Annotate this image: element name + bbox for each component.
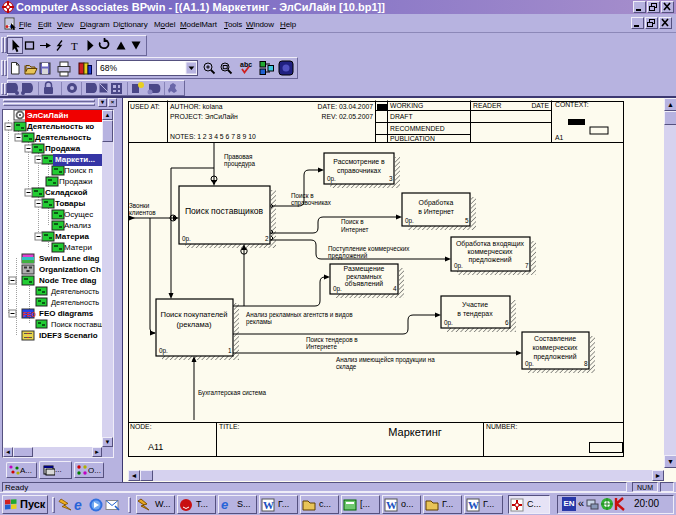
svg-text:Поиск в: Поиск в (291, 192, 314, 199)
svg-text:FEO: FEO (23, 311, 36, 318)
svg-text:предложений: предложений (468, 256, 511, 264)
svg-text:рекламы: рекламы (246, 318, 272, 326)
svg-text:TITLE:: TITLE: (219, 423, 240, 430)
svg-text:Обработка: Обработка (419, 199, 454, 207)
svg-text:e: e (74, 497, 82, 513)
svg-text:Участие: Участие (462, 301, 488, 308)
svg-text:коммерческих: коммерческих (532, 344, 578, 352)
svg-text:коммерческих: коммерческих (467, 248, 513, 256)
svg-text:Маркетинг: Маркетинг (388, 426, 441, 438)
svg-text:Бухгалтерская система: Бухгалтерская система (198, 389, 267, 397)
svg-text:0р.: 0р. (159, 347, 168, 355)
svg-text:T: T (71, 40, 78, 52)
svg-text:0р.: 0р. (454, 262, 463, 270)
svg-text:Поиск покупателей: Поиск покупателей (160, 310, 227, 319)
svg-text:DATE: DATE (531, 102, 549, 109)
svg-text:Обработка входящих: Обработка входящих (456, 240, 525, 248)
svg-text:предложений: предложений (533, 353, 576, 361)
svg-text:складе: складе (336, 363, 357, 371)
svg-text:READER: READER (473, 102, 501, 109)
svg-text:NUMBER:: NUMBER: (486, 423, 517, 430)
svg-text:2: 2 (265, 235, 269, 242)
svg-text:клиентов: клиентов (129, 209, 156, 216)
svg-text:5: 5 (465, 217, 469, 224)
svg-text:PROJECT: ЭлСиЛайн: PROJECT: ЭлСиЛайн (170, 113, 238, 120)
svg-text:W: W (468, 499, 479, 511)
svg-text:0р.: 0р. (333, 285, 342, 293)
svg-text:Рассмотрение в: Рассмотрение в (333, 158, 385, 166)
svg-text:NOTES: 1 2 3 4 5 6 7 8: NOTES: 1 2 3 4 5 6 7 8 9 10 (170, 133, 256, 140)
svg-text:процедура: процедура (224, 160, 256, 168)
svg-text:0р.: 0р. (405, 217, 414, 225)
svg-text:REV: 02.05.2007: REV: 02.05.2007 (321, 113, 373, 120)
svg-text:W: W (263, 499, 274, 511)
svg-text:8: 8 (584, 360, 588, 367)
svg-text:Составление: Составление (534, 335, 576, 342)
svg-text:0р.: 0р. (182, 235, 191, 243)
svg-text:RECOMMENDED: RECOMMENDED (390, 125, 445, 132)
svg-text:справочниках: справочниках (337, 167, 381, 175)
svg-text:7: 7 (525, 262, 529, 269)
svg-text:1: 1 (228, 347, 232, 354)
svg-text:6: 6 (505, 319, 509, 326)
svg-text:PUBLICATION: PUBLICATION (390, 135, 435, 142)
svg-text:USED AT:: USED AT: (130, 103, 160, 110)
svg-text:Интернете: Интернете (306, 343, 337, 351)
svg-text:справочниках: справочниках (291, 199, 332, 207)
svg-text:в тендерах: в тендерах (457, 310, 493, 318)
svg-text:A11: A11 (148, 442, 163, 452)
svg-text:68%: 68% (100, 63, 117, 73)
svg-text:DATE: 03.04.2007: DATE: 03.04.2007 (318, 103, 374, 110)
svg-text:3: 3 (389, 175, 393, 182)
svg-text:AUTHOR: kolana: AUTHOR: kolana (170, 103, 223, 110)
svg-text:Поиск поставщиков: Поиск поставщиков (185, 206, 264, 216)
svg-text:0р.: 0р. (525, 360, 534, 368)
svg-text:(реклама): (реклама) (176, 320, 211, 329)
svg-text:Поиск в: Поиск в (341, 218, 364, 225)
svg-text:W: W (386, 499, 397, 511)
svg-text:0р.: 0р. (444, 319, 453, 327)
svg-text:abc: abc (240, 61, 252, 68)
svg-text:WORKING: WORKING (390, 102, 423, 109)
svg-text:Интернет: Интернет (341, 226, 369, 234)
svg-text:NODE:: NODE: (130, 423, 152, 430)
svg-text:4: 4 (393, 285, 397, 292)
svg-text:предложений: предложений (328, 252, 368, 260)
svg-text:0р.: 0р. (327, 175, 336, 183)
svg-text:Звонки: Звонки (129, 202, 150, 209)
svg-text:объявлений: объявлений (345, 280, 384, 287)
svg-text:CONTEXT:: CONTEXT: (555, 101, 589, 108)
svg-text:A1: A1 (555, 134, 564, 141)
svg-text:DRAFT: DRAFT (390, 113, 413, 120)
svg-text:в Интернет: в Интернет (418, 208, 454, 216)
svg-text:e: e (221, 497, 228, 512)
